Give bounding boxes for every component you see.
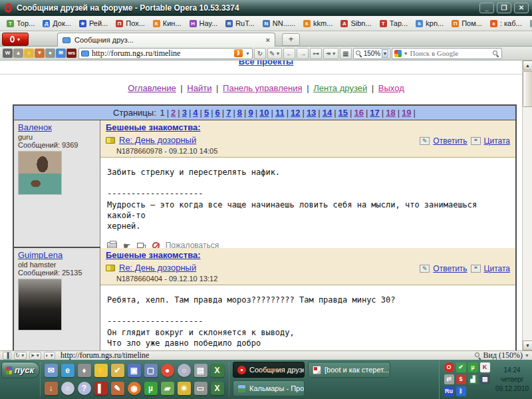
topic-link[interactable]: Re: День дозорный	[119, 135, 196, 145]
forum-nav-link[interactable]: Оглавление	[128, 83, 176, 93]
page-link[interactable]: 3	[182, 108, 187, 118]
chevron-down-icon[interactable]: ▼	[245, 51, 250, 56]
printer-icon[interactable]: ▤	[194, 364, 207, 377]
taskbar-window-button[interactable]: Кальмары - Прогр...	[233, 380, 305, 396]
sync-icon[interactable]: ↻▼	[14, 352, 27, 360]
page-link[interactable]: 19	[402, 108, 411, 118]
winamp-classic-icon[interactable]: ♦	[78, 364, 91, 377]
chevron-down-icon[interactable]: ▼	[525, 353, 529, 358]
usb-icon[interactable]: ⇄	[444, 374, 454, 384]
bookmark-item[interactable]: ННау...	[186, 19, 222, 27]
topic-link[interactable]: Re: День дозорный	[119, 263, 196, 273]
chevron-down-icon[interactable]: ▼	[404, 51, 408, 56]
bookmark-item[interactable]: ТТех...	[526, 19, 532, 27]
utorrent-tray-icon[interactable]: µ	[468, 362, 478, 372]
forward-button[interactable]: →	[297, 48, 309, 59]
chrome-icon[interactable]: ●	[161, 364, 174, 377]
bookmark-item[interactable]: RRuT...	[221, 19, 259, 27]
start-button[interactable]: пуск	[1, 362, 40, 378]
rss-icon[interactable]: ⟫	[234, 49, 243, 57]
taskbar-window-button[interactable]: Сообщния друзей ...	[233, 362, 305, 378]
excel-doc2-icon[interactable]: X	[211, 382, 224, 395]
turbo-icon[interactable]: ◐▼	[44, 352, 55, 360]
search-icon[interactable]	[492, 50, 499, 57]
floppy-icon[interactable]: ▣	[128, 364, 141, 377]
fast-forward-button[interactable]: ↠▼	[323, 48, 338, 59]
forum-nav-link[interactable]: Найти	[187, 83, 211, 93]
all-projects-link[interactable]: Все проекты	[239, 61, 293, 66]
bookmark-item[interactable]: ★Рей...	[75, 19, 112, 27]
page-link[interactable]: 12	[291, 108, 300, 118]
page-link[interactable]: 14	[323, 108, 332, 118]
drive-icon[interactable]: ▭	[194, 382, 207, 395]
scrollbar-thumb[interactable]	[523, 71, 532, 107]
page-link[interactable]: 9	[248, 108, 253, 118]
bookmark-item[interactable]: ККин...	[149, 19, 186, 27]
minimize-button[interactable]: _	[479, 3, 494, 13]
modem-icon[interactable]: ▤	[480, 374, 490, 384]
music-icon[interactable]: ♪	[24, 49, 34, 58]
pointer-icon[interactable]: ➤▼	[29, 352, 42, 360]
money-icon[interactable]: $	[456, 374, 466, 384]
panel-toggle-icon[interactable]: ▐	[3, 352, 11, 360]
address-field[interactable]: http://forum.ngs.ru/timeline ⟫ ▼	[78, 48, 253, 59]
page-link[interactable]: 16	[354, 108, 363, 118]
search-box[interactable]: ▼	[392, 48, 502, 59]
page-link[interactable]: 6	[215, 108, 220, 118]
red-book-icon[interactable]: ▌	[94, 382, 108, 395]
compose-button[interactable]: ✎▼	[267, 48, 282, 59]
search-input[interactable]	[410, 49, 490, 57]
nero-icon[interactable]: ○	[178, 364, 191, 377]
butterfly-icon[interactable]: ✳	[178, 382, 191, 395]
bookmark-item[interactable]: kkpn...	[412, 19, 448, 27]
excel-doc-icon[interactable]: X	[211, 364, 224, 377]
mail-icon[interactable]: ✉	[56, 49, 66, 58]
page-link[interactable]: 7	[226, 108, 231, 118]
tab-close-icon[interactable]: ×	[266, 36, 270, 44]
bookmark-item[interactable]: NNN......	[259, 19, 299, 27]
paint-icon[interactable]: ✎	[111, 382, 124, 395]
zoom-control[interactable]: 150% ▼	[353, 48, 390, 59]
page-link[interactable]: 18	[386, 108, 395, 118]
lang-indicator[interactable]: Ru	[444, 386, 454, 396]
kaspersky-icon[interactable]: K	[480, 362, 490, 372]
internet-explorer-icon[interactable]: e	[61, 364, 74, 377]
folder-green-icon[interactable]: ▰	[161, 382, 174, 395]
bookmark-item[interactable]: ТТор...	[3, 19, 39, 27]
bookmark-item[interactable]: ППом...	[448, 19, 486, 27]
reply-link[interactable]: Ответить	[433, 136, 467, 146]
reload-button[interactable]: ↻	[254, 48, 266, 59]
quote-link[interactable]: Цитата	[484, 136, 510, 146]
copy-icon[interactable]	[137, 243, 144, 248]
page-link[interactable]: 10	[259, 108, 269, 118]
folder-check-icon[interactable]: ✔	[111, 364, 124, 377]
author-link[interactable]: Валенок	[18, 122, 52, 132]
my-computer-icon[interactable]: ▢	[144, 364, 158, 377]
page-link[interactable]: 15	[338, 108, 348, 118]
opera-menu-button[interactable]: ▼	[2, 33, 29, 46]
forum-section-link[interactable]: Бешеные знакомства:	[106, 250, 201, 260]
firefox-icon[interactable]: ◉	[128, 382, 141, 395]
outlook-icon[interactable]: ✉	[45, 364, 58, 377]
utorrent-icon[interactable]: µ	[144, 382, 158, 395]
forum-nav-link[interactable]: Лента друзей	[313, 83, 367, 93]
reply-link[interactable]: Ответить	[433, 264, 467, 273]
page-link[interactable]: 2	[171, 108, 176, 118]
bookmark-item[interactable]: ППох...	[112, 19, 149, 27]
restore-button[interactable]: ❐	[497, 3, 511, 13]
panels-toggle-button[interactable]: ▦	[340, 48, 352, 59]
bookmark-item[interactable]: ДДок...	[39, 19, 75, 27]
taskbar-window-button[interactable]: [boot и как стерет...	[308, 362, 390, 378]
unite-icon[interactable]: ▲	[13, 49, 23, 58]
bookmark-item[interactable]: ТТар...	[376, 19, 412, 27]
history-icon[interactable]: ●	[45, 49, 55, 58]
antivirus-green-icon[interactable]: ✔	[456, 362, 466, 372]
scroll-down-icon[interactable]: ▼	[523, 340, 532, 350]
view-zoom-control[interactable]: Вид (150%) ▼	[474, 350, 529, 360]
winamp-icon[interactable]: ⚡	[94, 364, 108, 377]
bookmark-item[interactable]: к: каб...	[486, 19, 526, 27]
vertical-scrollbar[interactable]: ▲ ▼	[522, 61, 532, 350]
scroll-up-icon[interactable]: ▲	[523, 61, 532, 70]
new-tab-button[interactable]: +	[282, 33, 300, 46]
network-signal-icon[interactable]: ▟	[468, 374, 478, 384]
